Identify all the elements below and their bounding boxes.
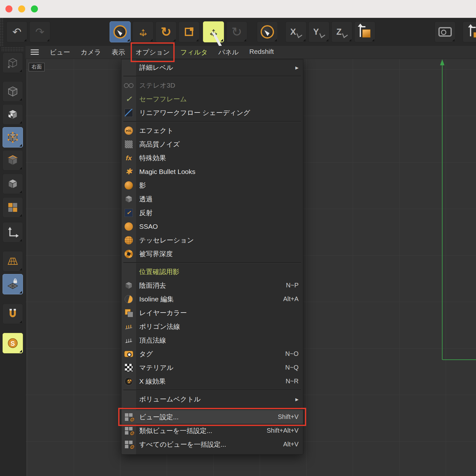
hamburger-menu-icon[interactable] [31,49,40,56]
rotate-tool-button[interactable]: ↻ [155,21,177,42]
reflection-icon [125,209,133,217]
menu-item-xray[interactable]: X 線効果 N~R [121,374,303,388]
menu-item-set-all-views[interactable]: すべてのビューを一括設定... Alt+V [121,437,303,451]
menu-item-shortcut: Shift+V [278,413,299,421]
isoline-icon [125,295,133,303]
view-settings-gear-icon [124,440,133,449]
menubar-menu-display[interactable]: 表示 [112,48,125,57]
menu-item-hq-noise[interactable]: 高品質ノイズ [121,137,303,151]
point-cube-icon [6,131,19,144]
menu-item-label: 頂点法線 [139,336,166,345]
menu-item-materials[interactable]: マテリアル N~Q [121,361,303,374]
edge-mode-button[interactable] [3,150,23,170]
menu-item-detail-level[interactable]: 詳細レベル [121,61,303,74]
menu-item-tessellation[interactable]: テッセレーション [121,233,303,247]
menu-item-reflection[interactable]: 反射 [121,206,303,220]
selection-tool-button[interactable] [257,21,278,42]
menu-item-view-settings[interactable]: ビュー設定... Shift+V [121,410,303,424]
menubar-menu-view[interactable]: ビュー [50,48,70,57]
axis-z-button[interactable]: Z [331,21,352,42]
menu-item-shadow[interactable]: 影 [121,178,303,192]
scale-tool-button[interactable] [178,21,199,42]
render-view-button[interactable] [435,21,456,42]
zoom-window-button[interactable] [31,5,38,12]
menu-item-magic-bullet-looks[interactable]: Magic Bullet Looks [121,165,303,178]
menu-item-label: マテリアル [139,363,173,372]
coordinate-system-button[interactable] [354,21,375,42]
shadow-sphere-icon [125,181,133,190]
texture-edit-button[interactable] [3,197,23,218]
viewport-menubar: ビュー カメラ 表示 オプション フィルタ パネル Redshift [25,46,476,59]
minimize-window-button[interactable] [18,5,25,12]
selection-ring-icon [113,25,127,39]
workplane-mode-button[interactable] [3,251,23,271]
workplane-grid-icon [6,255,19,268]
lock-workplane-button[interactable] [3,274,23,294]
texture-mode-button[interactable] [3,104,23,125]
axis-l-icon [6,226,19,239]
redo-button[interactable]: ↷ [29,21,50,42]
menu-item-vertex-normals[interactable]: 頂点法線 [121,333,303,347]
axis-mark-icon [342,31,348,38]
menu-item-isoline-edit[interactable]: Isoline 編集 Alt+A [121,292,303,306]
menu-item-label: Magic Bullet Looks [139,168,195,176]
menu-item-transparency[interactable]: 透過 [121,192,303,206]
redo-icon: ↷ [35,26,45,37]
menu-item-label: ポリゴン法線 [139,322,180,331]
axis-y-button[interactable]: Y [308,21,329,42]
quantize-toggle-button[interactable]: S [3,333,23,353]
menu-item-ssao[interactable]: SSAO [121,220,303,233]
menu-item-stereo3d[interactable]: ステレオ3D [121,78,303,92]
menu-item-polygon-normals[interactable]: ポリゴン法線 [121,320,303,333]
menu-item-label: 反射 [139,208,153,217]
menu-item-set-similar-views[interactable]: 類似ビューを一括設定... Shift+Alt+V [121,424,303,437]
live-selection-button[interactable] [110,21,131,42]
view-settings-gear-icon [124,413,133,422]
menu-item-label: 類似ビューを一括設定... [139,426,212,435]
menubar-menu-redshift[interactable]: Redshift [249,48,274,57]
menu-item-shortcut: N~O [285,350,299,357]
menubar-menu-panel[interactable]: パネル [218,48,239,57]
export-arrow-button[interactable] [463,21,476,42]
menu-item-label: セーフフレーム [139,95,187,104]
menubar-menu-options[interactable]: オプション [135,48,169,57]
menu-item-volume-vector[interactable]: ボリュームベクトル [121,392,303,406]
menu-item-special-effects[interactable]: 特殊効果 [121,151,303,165]
move-tool-button[interactable]: ↔↕ [133,21,154,42]
magic-bullet-icon [124,167,133,176]
radiation-icon [125,377,133,386]
transparency-cube-icon [125,195,133,203]
menu-item-tags[interactable]: タグ N~O [121,347,303,361]
axis-mark-icon [319,31,325,38]
point-mode-button[interactable] [3,127,23,148]
menubar-menu-camera[interactable]: カメラ [81,48,101,57]
active-move-cursor-button[interactable]: ↔↕ [203,21,224,42]
menu-item-effects[interactable]: エフェクト [121,124,303,137]
stereo-glasses-icon [124,83,133,88]
menu-item-label: 位置確認用影 [139,267,179,276]
undo-button[interactable]: ↶ [6,21,27,42]
menu-item-placement-shadow[interactable]: 位置確認用影 [121,265,303,278]
noise-icon [125,140,133,148]
menu-item-label: 高品質ノイズ [139,140,180,149]
polygon-mode-button[interactable] [3,174,23,194]
menu-item-shortcut: N~Q [285,364,299,371]
make-editable-button[interactable] [3,53,23,73]
menu-item-depth-of-field[interactable]: 被写界深度 [121,247,303,261]
lock-workplane-icon [6,278,19,291]
menubar-menu-filter[interactable]: フィルタ [180,48,208,57]
snap-toggle-button[interactable] [3,304,23,324]
rotate-cursor-button[interactable]: ↻ [226,21,247,42]
menu-item-linear-workflow[interactable]: リニアワークフロー シェーディング [121,106,303,119]
menu-item-backface-culling[interactable]: 陰面消去 N~P [121,278,303,292]
toolbar-drag-grip[interactable] [0,18,4,46]
model-mode-button[interactable] [3,81,23,102]
axis-y-label: Y [313,27,319,37]
menu-separator [123,407,301,408]
axis-x-button[interactable]: X [285,21,307,42]
close-window-button[interactable] [5,5,12,12]
menu-item-layer-color[interactable]: レイヤーカラー [121,306,303,320]
axis-mode-button[interactable] [3,222,23,242]
palette-drag-grip[interactable] [1,47,24,51]
menu-item-safe-frame[interactable]: セーフフレーム [121,92,303,106]
